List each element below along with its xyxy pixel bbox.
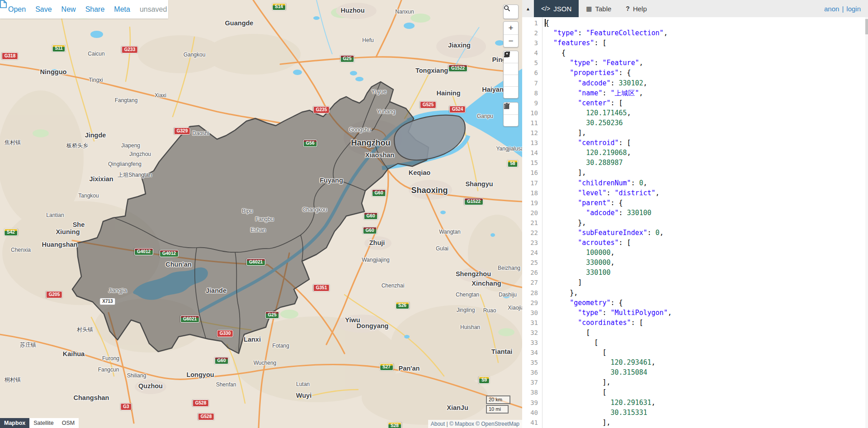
place-label: Tangkou (78, 193, 99, 199)
basemap-satellite-button[interactable]: Satellite (29, 418, 57, 428)
right-panel: ▲ </> JSON ▦ Table ? Help anon | login 1… (522, 0, 868, 428)
scrollbar-thumb[interactable] (865, 19, 868, 34)
road-shield: G351 (313, 284, 330, 292)
place-label: Keqiao (409, 169, 430, 176)
file-menu-bar: OpenSaveNewShareMeta unsaved (0, 0, 168, 19)
menu-new-link[interactable]: New (61, 5, 76, 14)
login-link[interactable]: login (846, 5, 861, 13)
place-label: Chun'an (165, 261, 191, 268)
road-shield: G233 (122, 46, 138, 53)
line-number: 29 (522, 298, 538, 308)
road-shield: S28 (388, 422, 401, 428)
code-line: ] (545, 277, 865, 287)
road-shield: G1522 (448, 65, 467, 72)
place-label: Yuhang (377, 108, 396, 115)
osm-attribution-link[interactable]: © OpenStreetMap (476, 421, 519, 427)
place-label: Ruao (483, 307, 496, 314)
zoom-control: + − (503, 21, 519, 47)
search-button[interactable] (504, 5, 518, 19)
line-number: 2 (522, 28, 538, 38)
road-shield: G3 (120, 403, 132, 410)
zoom-out-button[interactable]: − (504, 34, 518, 47)
line-number: 20 (522, 208, 538, 218)
place-label: Haiyan (482, 86, 504, 93)
place-label: Bipu (242, 208, 253, 214)
json-editor[interactable]: 1234567891011121314151617181920212223242… (522, 17, 865, 428)
collapse-panel-button[interactable]: ▲ (522, 0, 534, 17)
line-number: 6 (522, 68, 538, 78)
search-control (503, 5, 519, 19)
place-label: 村头镇 (77, 326, 93, 334)
tab-help[interactable]: ? Help (618, 0, 654, 17)
place-label: Xiaojiang (508, 305, 522, 311)
road-shield: G4012 (160, 250, 179, 257)
trash-icon (504, 103, 510, 109)
place-label: 苏庄镇 (20, 341, 36, 349)
code-line: "adcode": 330100 (545, 208, 865, 218)
line-number: 17 (522, 178, 538, 188)
editor-line-numbers: 1234567891011121314151617181920212223242… (522, 17, 542, 428)
search-icon (504, 5, 510, 12)
place-label: Pan'an (399, 365, 420, 372)
line-number: 19 (522, 198, 538, 208)
place-label: Changkou (302, 207, 327, 213)
editor-scrollbar[interactable] (865, 17, 868, 428)
code-line: 120.293461, (545, 357, 865, 367)
draw-rectangle-button[interactable] (504, 75, 518, 86)
place-label: 桐村镇 (5, 376, 21, 384)
tab-json[interactable]: </> JSON (534, 0, 579, 17)
place-label: Guangde (225, 19, 254, 27)
road-shield: G4012 (134, 248, 153, 255)
place-label: Jingzhou (129, 151, 151, 157)
code-line: ], (545, 418, 865, 428)
place-label: Jixixian (89, 175, 113, 183)
tab-table[interactable]: ▦ Table (579, 0, 618, 17)
delete-feature-button[interactable] (504, 114, 518, 126)
place-label: Hangzhou (351, 138, 391, 148)
code-line: { (545, 48, 865, 58)
place-label: Gangkou (184, 52, 206, 58)
line-number: 21 (522, 218, 538, 228)
place-label: Furong (102, 355, 119, 362)
place-label: Wangtan (439, 229, 461, 235)
code-line: 30.315084 (545, 367, 865, 377)
menu-save-link[interactable]: Save (35, 5, 52, 14)
menu-meta-link[interactable]: Meta (114, 5, 130, 14)
line-number: 5 (522, 58, 538, 68)
line-number: 23 (522, 238, 538, 248)
road-shield: X713 (99, 298, 115, 305)
road-shield: G318 (2, 52, 18, 60)
road-shield: S42 (4, 229, 18, 236)
line-number: 33 (522, 338, 538, 348)
road-shield: G25 (340, 55, 354, 62)
mapbox-attribution-link[interactable]: © Mapbox (449, 421, 474, 427)
place-label: 上坦Shangtan (118, 171, 151, 179)
line-number: 15 (522, 158, 538, 168)
code-line: "geometry": { (545, 298, 865, 308)
draw-marker-button[interactable] (504, 86, 518, 98)
place-label: Jingde (85, 132, 106, 139)
code-line: "type": "FeatureCollection", (545, 28, 865, 38)
basemap-osm-button[interactable]: OSM (58, 418, 79, 428)
code-line: "adcode": 330102, (545, 78, 865, 88)
place-label: 板桥头乡 (66, 142, 88, 150)
code-line: "subFeatureIndex": 0, (545, 228, 865, 238)
road-shield: G205 (46, 291, 62, 298)
editor-code[interactable]: { "type": "FeatureCollection", "features… (542, 17, 865, 428)
table-icon: ▦ (586, 5, 592, 12)
place-label: Hefu (362, 37, 373, 43)
basemap-mapbox-button[interactable]: Mapbox (0, 418, 29, 428)
map-region[interactable]: HuzhouNanxunGuangdeHefuJiaxingTongxiangP… (0, 0, 522, 428)
line-number: 16 (522, 168, 538, 178)
draw-polygon-button[interactable] (504, 63, 518, 75)
about-link[interactable]: About (431, 421, 445, 427)
road-shield: G60 (215, 357, 229, 364)
menu-share-link[interactable]: Share (85, 5, 105, 14)
menu-open-link[interactable]: Open (8, 5, 26, 14)
zoom-in-button[interactable]: + (504, 22, 518, 34)
user-link[interactable]: anon (824, 5, 839, 13)
auth-links: anon | login (824, 0, 868, 17)
line-number: 41 (522, 418, 538, 428)
line-number: 35 (522, 357, 538, 367)
line-number: 13 (522, 138, 538, 148)
